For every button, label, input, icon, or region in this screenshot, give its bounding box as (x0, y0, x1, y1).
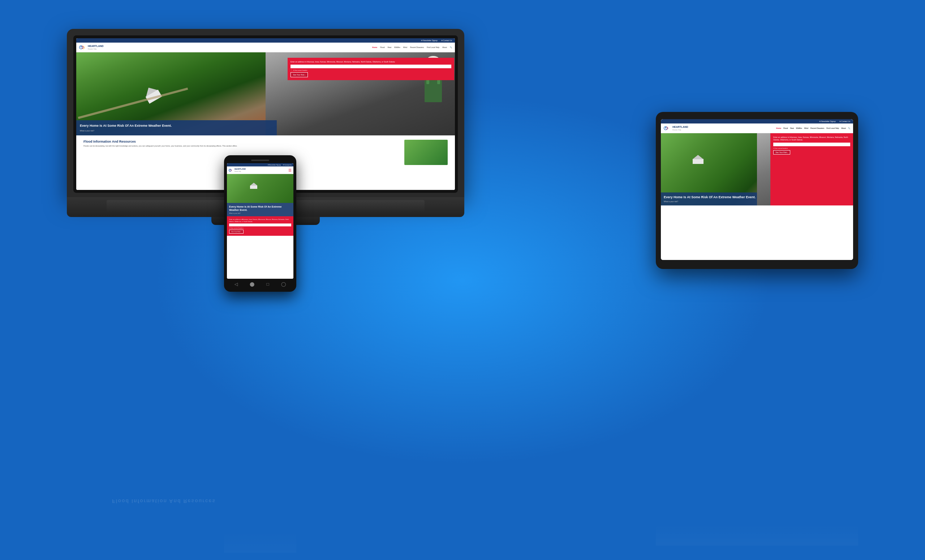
phone-back-icon[interactable]: ◁ (235, 282, 238, 287)
nav-flood[interactable]: Flood (380, 46, 385, 48)
phone-reflection (224, 531, 296, 553)
scene: ✉ Newsletter Signup ✉ Contact Us (0, 0, 925, 560)
phone-contact: ✉ Contact Us (283, 164, 292, 166)
tablet-form: Enter an address in Arkansas, Iowa, Kans… (770, 133, 853, 206)
phone-device: ✉ Newsletter Signup ✉ Contact Us (224, 155, 296, 292)
phone-bottom-bar: ◁ ⬤ □ ◯ (227, 282, 294, 287)
phone-logo-icon (229, 168, 234, 172)
phone-recent-icon[interactable]: □ (267, 282, 269, 287)
phone-use-location[interactable]: ⊙ Use current location (229, 227, 291, 229)
tablet-see-risk-button[interactable]: See Your Risk › (773, 150, 790, 155)
site-hero: Every Home Is At Some Risk Of An Extreme… (76, 53, 455, 135)
hero-subtext: What is your risk? (80, 130, 273, 132)
tablet-screen: ✉ Newsletter Signup ✉ Contact Us (661, 119, 853, 260)
tablet-form-desc: Enter an address in Arkansas, Iowa, Kans… (773, 136, 850, 141)
use-location[interactable]: 📍 ⊙ Use current location (291, 69, 451, 71)
phone-home-icon[interactable]: ⬤ (250, 282, 255, 287)
phone-form: Enter an address in Arkansas, Iowa, Kans… (227, 216, 294, 236)
site-logo: HEARTLAND Disaster Help (79, 44, 104, 50)
laptop-reflection-text: Flood Information And Resources (112, 498, 216, 504)
phone-website: ✉ Newsletter Signup ✉ Contact Us (227, 163, 294, 279)
nav-about[interactable]: About (442, 46, 447, 48)
use-location-label: ⊙ Use current location (293, 69, 307, 71)
tablet-nav-heat[interactable]: Heat (790, 127, 794, 129)
hero-headline: Every Home Is At Some Risk Of An Extreme… (80, 124, 273, 128)
site-top-bar: ✉ Newsletter Signup ✉ Contact Us (76, 38, 455, 43)
location-pin-icon: 📍 (291, 69, 292, 71)
flood-heading: Flood Information And Resources (83, 140, 401, 143)
nav-wildfire[interactable]: Wildfire (394, 46, 400, 48)
tablet-contact: ✉ Contact Us (839, 120, 850, 122)
phone-search-icon[interactable]: ◯ (281, 282, 286, 287)
nav-links: Home Flood Heat Wildfire Wind Recent Dis… (372, 46, 452, 48)
nav-find-help[interactable]: Find Local Help (427, 46, 439, 48)
tablet-reflection (656, 524, 858, 545)
phone-headline: Every Home Is At Some Risk Of An Extreme… (229, 205, 291, 212)
tablet-nav-links: Home Flood Heat Wildfire Wind Recent Dis… (776, 127, 850, 129)
phone-speaker (251, 159, 269, 161)
phone-hero-image (227, 174, 294, 203)
tablet-search-icon[interactable]: 🔍 (848, 127, 850, 129)
tablet-device: ✉ Newsletter Signup ✉ Contact Us (656, 112, 858, 269)
tablet-nav: HEARTLAND Disaster Help Home Flood Heat … (661, 123, 853, 133)
site-nav: HEARTLAND Disaster Help Home Flood Heat … (76, 43, 455, 53)
see-risk-button[interactable]: See Your Risk › (291, 72, 308, 77)
tablet-tagline: Disaster Help (672, 129, 681, 131)
tablet-nav-recent[interactable]: Recent Disasters (811, 127, 824, 129)
phone-see-risk-button[interactable]: See Your Risk › (229, 230, 244, 234)
nav-home[interactable]: Home (372, 46, 377, 48)
tablet-hero: Every Home Is At Some Risk Of An Extreme… (661, 133, 853, 206)
phone-logo: HEARTLAND Disaster Help (229, 168, 246, 172)
nav-search-icon[interactable]: 🔍 (450, 46, 452, 48)
phone-aerial (227, 174, 294, 203)
contact-link[interactable]: ✉ Contact Us (441, 39, 452, 42)
tablet-address-input[interactable] (773, 143, 850, 146)
logo-tagline: Disaster Help (88, 48, 96, 50)
phone-newsletter: ✉ Newsletter Signup (268, 164, 281, 166)
flood-body: Floods can be devastating, but with the … (83, 145, 401, 148)
tablet-logo-icon (664, 125, 671, 131)
phone-top-bar: ✉ Newsletter Signup ✉ Contact Us (227, 163, 294, 167)
nav-recent[interactable]: Recent Disasters (410, 46, 424, 48)
tablet-nav-about[interactable]: About (841, 127, 846, 129)
phone-form-desc: Enter an address in Arkansas, Iowa, Kans… (229, 218, 291, 222)
phone-address-input[interactable] (229, 224, 291, 227)
hero-text-overlay: Every Home Is At Some Risk Of An Extreme… (76, 120, 277, 135)
tablet-logo: HEARTLAND Disaster Help (664, 125, 688, 131)
tablet-nav-wind[interactable]: Wind (804, 127, 808, 129)
phone-nav: HEARTLAND Disaster Help ☰ (227, 167, 294, 174)
phone-menu-icon[interactable]: ☰ (288, 168, 292, 172)
phone-hero-text: Every Home Is At Some Risk Of An Extreme… (227, 203, 294, 216)
logo-icon (79, 44, 86, 50)
tablet-nav-find[interactable]: Find Local Help (826, 127, 839, 129)
address-input[interactable] (291, 65, 451, 68)
newsletter-link[interactable]: ✉ Newsletter Signup (421, 39, 438, 42)
tablet-hero-text: Every Home Is At Some Risk Of An Extreme… (661, 192, 767, 206)
tablet-use-location[interactable]: ⊙ Use current location (773, 147, 850, 149)
tablet-brand: HEARTLAND (672, 126, 688, 128)
tablet-body: ✉ Newsletter Signup ✉ Contact Us (656, 112, 858, 269)
tablet-top-bar: ✉ Newsletter Signup ✉ Contact Us (661, 119, 853, 123)
tablet-nav-flood[interactable]: Flood (783, 127, 788, 129)
logo-brand: HEARTLAND (88, 45, 104, 47)
phone-screen: ✉ Newsletter Signup ✉ Contact Us (227, 163, 294, 279)
form-description: Enter an address in Arkansas, Iowa, Kans… (291, 61, 451, 63)
phone-brand: HEARTLAND (235, 168, 246, 170)
nav-wind[interactable]: Wind (403, 46, 407, 48)
tablet-aerial: Every Home Is At Some Risk Of An Extreme… (661, 133, 767, 206)
phone-subtext: What is your risk? (229, 212, 291, 214)
phone-tagline: Disaster Help (235, 171, 241, 172)
tablet-website: ✉ Newsletter Signup ✉ Contact Us (661, 119, 853, 260)
tablet-nav-home[interactable]: Home (776, 127, 781, 129)
tablet-house (693, 155, 704, 164)
tablet-subtext: What is your risk? (664, 200, 764, 203)
tablet-headline: Every Home Is At Some Risk Of An Extreme… (664, 195, 764, 200)
nav-heat[interactable]: Heat (387, 46, 391, 48)
phone-house (250, 183, 257, 188)
hero-form: Enter an address in Arkansas, Iowa, Kans… (288, 58, 454, 80)
tablet-newsletter: ✉ Newsletter Signup (819, 120, 836, 122)
flood-image (404, 140, 448, 165)
tablet-nav-wildfire[interactable]: Wildfire (796, 127, 802, 129)
phone-body: ✉ Newsletter Signup ✉ Contact Us (224, 155, 296, 292)
